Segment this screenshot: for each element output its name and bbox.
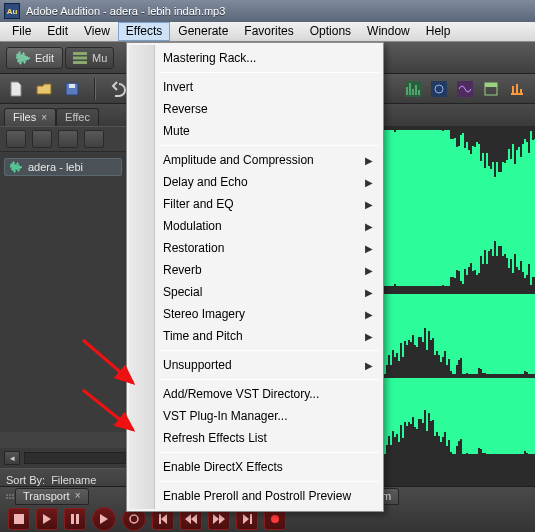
menu-generate[interactable]: Generate	[170, 22, 236, 41]
menu-item-label: Mute	[163, 124, 190, 138]
svg-rect-6	[431, 81, 447, 97]
menu-separator	[159, 72, 379, 73]
menu-item[interactable]: Enable Preroll and Postroll Preview	[129, 485, 381, 507]
menu-item-label: Reverb	[163, 263, 202, 277]
scroll-left-button[interactable]: ◂	[4, 451, 20, 465]
menu-window[interactable]: Window	[359, 22, 418, 41]
panel-grip-icon[interactable]	[6, 494, 15, 499]
toolbar-separator	[94, 78, 96, 100]
submenu-arrow-icon: ▶	[365, 265, 373, 276]
open-file-button[interactable]	[34, 79, 54, 99]
menu-item-label: Unsupported	[163, 358, 232, 372]
play-button[interactable]	[36, 508, 58, 530]
play-looped-button[interactable]	[92, 507, 116, 531]
submenu-arrow-icon: ▶	[365, 199, 373, 210]
menu-item[interactable]: Enable DirectX Effects	[129, 456, 381, 478]
menu-item[interactable]: Modulation▶	[129, 215, 381, 237]
menu-item-label: Special	[163, 285, 202, 299]
menu-effects[interactable]: Effects	[118, 22, 170, 41]
pause-button[interactable]	[64, 508, 86, 530]
submenu-arrow-icon: ▶	[365, 309, 373, 320]
app-icon: Au	[4, 3, 20, 19]
submenu-arrow-icon: ▶	[365, 360, 373, 371]
menu-item-label: Enable Preroll and Postroll Preview	[163, 489, 351, 503]
tab-files-label: Files	[13, 111, 36, 123]
menu-item[interactable]: Amplitude and Compression▶	[129, 149, 381, 171]
menu-separator	[159, 350, 379, 351]
menu-item[interactable]: Restoration▶	[129, 237, 381, 259]
menu-file[interactable]: File	[4, 22, 39, 41]
stop-button[interactable]	[8, 508, 30, 530]
mode-multitrack-button[interactable]: Mu	[65, 47, 114, 69]
effects-menu-dropdown: Mastering Rack...InvertReverseMuteAmplit…	[126, 42, 384, 512]
menu-bar: File Edit View Effects Generate Favorite…	[0, 22, 535, 42]
transport-tab[interactable]: Transport ×	[15, 488, 89, 505]
menu-separator	[159, 379, 379, 380]
top-panel-toggle-button[interactable]	[481, 79, 501, 99]
menu-separator	[159, 452, 379, 453]
menu-view[interactable]: View	[76, 22, 118, 41]
submenu-arrow-icon: ▶	[365, 177, 373, 188]
close-icon[interactable]: ×	[41, 112, 47, 123]
spectral-pan-button[interactable]	[429, 79, 449, 99]
spectral-controls-button[interactable]	[507, 79, 527, 99]
menu-item-label: Modulation	[163, 219, 222, 233]
menu-item-label: Restoration	[163, 241, 224, 255]
svg-rect-2	[73, 61, 87, 64]
menu-item[interactable]: Invert	[129, 76, 381, 98]
menu-favorites[interactable]: Favorites	[236, 22, 301, 41]
import-file-button[interactable]	[6, 130, 26, 148]
menu-item-label: Amplitude and Compression	[163, 153, 314, 167]
sort-by-value[interactable]: Filename	[51, 474, 96, 486]
menu-item[interactable]: Reverb▶	[129, 259, 381, 281]
menu-item[interactable]: VST Plug-In Manager...	[129, 405, 381, 427]
menu-item[interactable]: Add/Remove VST Directory...	[129, 383, 381, 405]
menu-separator	[159, 145, 379, 146]
menu-item[interactable]: Time and Pitch▶	[129, 325, 381, 347]
submenu-arrow-icon: ▶	[365, 221, 373, 232]
menu-item-label: Time and Pitch	[163, 329, 243, 343]
svg-point-14	[130, 515, 138, 523]
insert-multitrack-button[interactable]	[58, 130, 78, 148]
spectral-frequency-button[interactable]	[403, 79, 423, 99]
submenu-arrow-icon: ▶	[365, 331, 373, 342]
tab-effects[interactable]: Effec	[56, 108, 99, 126]
new-file-button[interactable]	[6, 79, 26, 99]
svg-rect-12	[71, 514, 74, 524]
menu-options[interactable]: Options	[302, 22, 359, 41]
menu-item[interactable]: Delay and Echo▶	[129, 171, 381, 193]
menu-edit[interactable]: Edit	[39, 22, 76, 41]
menu-item[interactable]: Special▶	[129, 281, 381, 303]
menu-item[interactable]: Refresh Effects List	[129, 427, 381, 449]
submenu-arrow-icon: ▶	[365, 287, 373, 298]
menu-item[interactable]: Filter and EQ▶	[129, 193, 381, 215]
svg-rect-1	[73, 56, 87, 59]
spectral-phase-button[interactable]	[455, 79, 475, 99]
menu-item-label: Stereo Imagery	[163, 307, 245, 321]
save-file-button[interactable]	[62, 79, 82, 99]
list-item[interactable]: adera - lebi	[4, 158, 122, 176]
window-title: Adobe Audition - adera - lebih indah.mp3	[26, 5, 225, 17]
close-file-button[interactable]	[32, 130, 52, 148]
svg-rect-0	[73, 52, 87, 55]
menu-item[interactable]: Unsupported▶	[129, 354, 381, 376]
menu-help[interactable]: Help	[418, 22, 459, 41]
menu-item[interactable]: Reverse	[129, 98, 381, 120]
menu-item[interactable]: Mastering Rack...	[129, 47, 381, 69]
mode-edit-button[interactable]: Edit	[6, 47, 63, 69]
menu-item-label: Add/Remove VST Directory...	[163, 387, 319, 401]
menu-item-label: Refresh Effects List	[163, 431, 267, 445]
svg-point-15	[271, 515, 279, 523]
undo-button[interactable]	[108, 79, 128, 99]
menu-item-label: Enable DirectX Effects	[163, 460, 283, 474]
multitrack-icon	[72, 51, 88, 65]
title-bar: Au Adobe Audition - adera - lebih indah.…	[0, 0, 535, 22]
tab-files[interactable]: Files ×	[4, 108, 56, 126]
tab-effects-label: Effec	[65, 111, 90, 123]
edit-file-button[interactable]	[84, 130, 104, 148]
close-icon[interactable]: ×	[75, 490, 81, 501]
menu-item[interactable]: Mute	[129, 120, 381, 142]
menu-item[interactable]: Stereo Imagery▶	[129, 303, 381, 325]
menu-item-label: Filter and EQ	[163, 197, 234, 211]
transport-label: Transport	[23, 490, 70, 502]
